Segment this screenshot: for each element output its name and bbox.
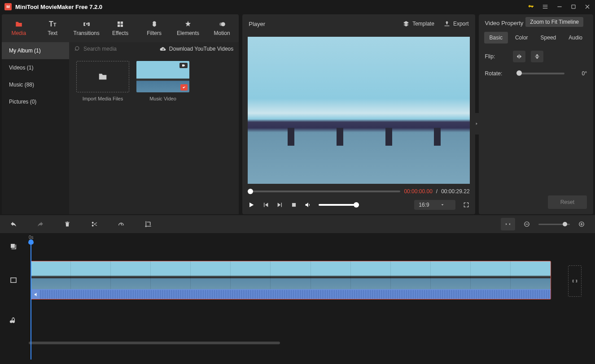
audio-track-icon: [0, 300, 27, 341]
tab-transitions-label: Transitions: [74, 30, 100, 36]
clip-audio-icon: [34, 292, 39, 297]
title-bar: M MiniTool MovieMaker Free 7.2.0: [0, 0, 595, 13]
import-label: Import Media Files: [83, 96, 123, 101]
media-panel: Media TT Text Transitions Effects Filter…: [2, 14, 239, 214]
video-clip[interactable]: [31, 261, 551, 299]
delete-button[interactable]: [60, 218, 74, 230]
zoom-fit-button[interactable]: [501, 218, 515, 230]
zoom-out-button[interactable]: [520, 218, 534, 230]
search-box[interactable]: [74, 46, 156, 52]
undo-button[interactable]: [6, 218, 21, 230]
sidebar-item-pictures[interactable]: Pictures (0): [2, 93, 69, 110]
sidebar-item-music[interactable]: Music (88): [2, 76, 69, 93]
track-manager-button[interactable]: [0, 233, 27, 260]
tab-filters-label: Filters: [147, 30, 162, 36]
zoom-slider[interactable]: [538, 224, 570, 225]
tab-text[interactable]: TT Text: [35, 14, 69, 42]
split-button[interactable]: [87, 218, 101, 230]
prop-tab-speed[interactable]: Speed: [535, 32, 562, 43]
main-tabs: Media TT Text Transitions Effects Filter…: [2, 14, 239, 42]
svg-rect-2: [292, 203, 296, 207]
panel-collapse-button[interactable]: [474, 113, 479, 134]
fullscreen-button[interactable]: [463, 201, 470, 208]
export-icon: [443, 20, 451, 27]
cloud-download-icon: [159, 46, 166, 52]
tab-motion-label: Motion: [214, 30, 230, 36]
rotate-label: Rotate:: [485, 70, 508, 77]
tab-filters[interactable]: Filters: [137, 14, 171, 42]
media-sidebar: My Album (1) Videos (1) Music (88) Pictu…: [2, 42, 69, 214]
reset-button[interactable]: Reset: [548, 195, 587, 209]
redo-button[interactable]: [33, 218, 48, 230]
prev-frame-button[interactable]: [262, 201, 269, 208]
time-total: 00:00:29.22: [441, 188, 469, 195]
template-label: Template: [412, 21, 434, 27]
search-icon: [74, 46, 81, 52]
time-current: 00:00:00.00: [404, 188, 432, 195]
crop-button[interactable]: [141, 218, 155, 230]
speed-button[interactable]: [114, 218, 128, 230]
flip-vertical-button[interactable]: [531, 51, 543, 62]
next-frame-button[interactable]: [276, 201, 284, 208]
rotate-value: 0°: [573, 70, 587, 77]
sidebar-item-myalbum[interactable]: My Album (1): [2, 42, 69, 59]
tab-elements[interactable]: Elements: [171, 14, 205, 42]
property-panel: Video Property Basic Color Speed Audio F…: [479, 14, 593, 214]
key-icon[interactable]: [528, 4, 534, 10]
add-transition-button[interactable]: [568, 265, 582, 297]
progress-slider[interactable]: [248, 191, 400, 192]
playhead[interactable]: [31, 243, 31, 360]
zoom-in-button[interactable]: [574, 218, 589, 230]
video-track[interactable]: [27, 260, 595, 300]
maximize-button[interactable]: [571, 4, 576, 9]
tab-effects[interactable]: Effects: [103, 14, 137, 42]
app-title: MiniTool MovieMaker Free 7.2.0: [15, 4, 528, 10]
player-panel: Player Template Export 00:00:00.00: [242, 14, 475, 214]
audio-track[interactable]: [27, 300, 595, 341]
aspect-ratio-select[interactable]: 16:9: [414, 200, 455, 210]
close-button[interactable]: [584, 4, 591, 10]
tab-elements-label: Elements: [177, 30, 199, 36]
flip-label: Flip:: [485, 53, 508, 60]
template-button[interactable]: Template: [402, 20, 434, 27]
flip-horizontal-button[interactable]: [513, 51, 525, 62]
chevron-down-icon: [440, 203, 445, 207]
download-youtube-label: Download YouTube Videos: [169, 46, 233, 52]
export-label: Export: [453, 21, 469, 27]
rotate-slider[interactable]: [516, 73, 564, 74]
volume-slider[interactable]: [319, 204, 359, 206]
menu-icon[interactable]: [542, 4, 548, 10]
prop-tab-audio[interactable]: Audio: [563, 32, 588, 43]
sidebar-item-videos[interactable]: Videos (1): [2, 59, 69, 76]
search-input[interactable]: [83, 46, 137, 52]
player-title: Player: [249, 21, 394, 27]
zoom-fit-tooltip: Zoom to Fit Timeline: [525, 17, 583, 27]
layers-icon: [402, 20, 410, 27]
tab-effects-label: Effects: [112, 30, 128, 36]
import-media-button[interactable]: Import Media Files: [76, 61, 129, 101]
preview-area[interactable]: [248, 37, 469, 184]
export-button[interactable]: Export: [443, 20, 469, 27]
minimize-button[interactable]: [556, 4, 563, 10]
timeline-area: Zoom to Fit Timeline 0s: [0, 215, 595, 363]
tab-text-label: Text: [48, 30, 57, 36]
app-logo: M: [4, 3, 12, 10]
stop-button[interactable]: [291, 202, 297, 208]
volume-button[interactable]: [304, 201, 311, 208]
tab-media-label: Media: [11, 30, 26, 36]
tab-media[interactable]: Media: [2, 14, 35, 42]
video-badge-icon: [179, 63, 188, 68]
tab-transitions[interactable]: Transitions: [70, 14, 103, 42]
prop-tab-basic[interactable]: Basic: [484, 32, 508, 43]
timeline-scrollbar[interactable]: [27, 341, 595, 345]
selected-check-icon: [180, 84, 188, 91]
media-clip-item[interactable]: Music Video: [136, 61, 189, 101]
play-button[interactable]: [248, 201, 255, 208]
clip-label: Music Video: [149, 96, 176, 101]
aspect-label: 16:9: [419, 202, 429, 208]
tab-motion[interactable]: Motion: [205, 14, 239, 42]
prop-tab-color[interactable]: Color: [510, 32, 534, 43]
timeline-ruler[interactable]: 0s: [27, 233, 595, 244]
folder-icon: [97, 72, 108, 82]
download-youtube-button[interactable]: Download YouTube Videos: [159, 46, 233, 52]
